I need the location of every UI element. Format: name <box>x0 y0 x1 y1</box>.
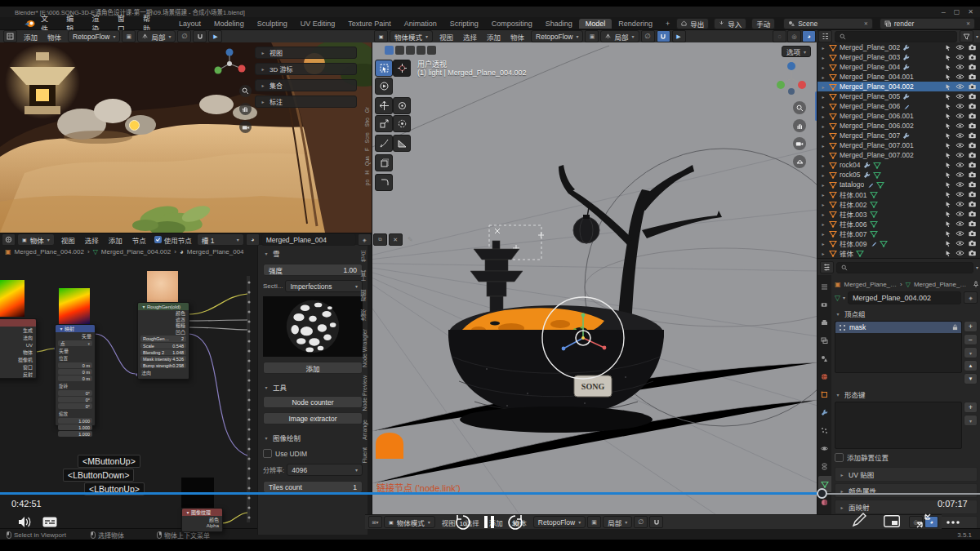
snap-magnet-icon[interactable] <box>649 516 663 528</box>
outliner-row[interactable]: ▸ 柱体.009 <box>817 238 980 248</box>
add-button[interactable]: 添加 <box>263 362 363 374</box>
tab-output[interactable] <box>818 314 831 331</box>
selectable-pointer-icon[interactable] <box>945 211 951 218</box>
node-output[interactable]: 摄像机 <box>0 356 36 363</box>
workspace-tab[interactable]: Modeling <box>207 19 251 29</box>
expand-caret-icon[interactable]: ▸ <box>820 231 826 237</box>
pan-hand-icon[interactable] <box>239 103 252 115</box>
node-input[interactable]: 法向 <box>138 369 189 375</box>
tab-particles[interactable] <box>818 422 831 438</box>
outliner-row[interactable]: ▸ Merged_Plane_007.002 <box>817 150 980 160</box>
outliner-row[interactable]: ▸ Merged_Plane_004.001 <box>817 72 980 82</box>
menu-item[interactable]: 选择 <box>80 235 104 245</box>
n-panel-section[interactable]: ▸ 3D 游标 <box>255 63 357 75</box>
add-shape-key-button[interactable]: + <box>964 402 978 413</box>
sidebar-tab[interactable]: Scre <box>364 130 370 145</box>
shape-keys-header[interactable]: ▾形态键 <box>835 389 978 399</box>
remove-vertex-group-button[interactable]: − <box>964 334 978 345</box>
scale-y[interactable]: 1.000 <box>58 424 92 430</box>
tab-tool[interactable] <box>818 278 831 295</box>
outliner-row[interactable]: ▸ 柱体.003 <box>817 209 980 219</box>
loc-x[interactable]: 0 m <box>58 362 92 368</box>
properties-search-input[interactable] <box>836 262 973 273</box>
chevron-down-icon[interactable]: ▾ <box>976 33 978 39</box>
expand-caret-icon[interactable]: ▸ <box>820 221 826 227</box>
render-camera-icon[interactable] <box>969 230 977 237</box>
strength-slider[interactable]: 强度1.00 <box>263 264 363 276</box>
proportional-edit-icon[interactable]: ∅ <box>177 30 191 42</box>
workspace-tab[interactable]: + <box>659 19 676 29</box>
expand-caret-icon[interactable]: ▸ <box>820 74 826 80</box>
sidebar-tab[interactable]: Gr <box>364 104 370 115</box>
copy-icon[interactable]: ⧉ <box>373 233 387 246</box>
tab-scene[interactable] <box>818 350 831 367</box>
tool-rotate[interactable] <box>393 97 411 114</box>
exit-fullscreen-icon[interactable] <box>916 513 931 528</box>
render-camera-icon[interactable] <box>969 181 977 188</box>
editor-type-button[interactable] <box>3 30 17 42</box>
selectable-pointer-icon[interactable] <box>945 201 951 208</box>
sidebar-tab[interactable]: po <box>364 177 370 188</box>
tool-select-box[interactable] <box>375 60 393 77</box>
outliner-row[interactable]: ▸ rock05 <box>817 170 980 180</box>
rewind-10-icon[interactable]: 10 <box>454 514 472 531</box>
workspace-tab[interactable]: Animation <box>398 19 443 29</box>
workspace-tab[interactable]: Compositing <box>485 19 539 29</box>
tool-measure[interactable] <box>393 135 411 152</box>
tab-physics[interactable] <box>818 440 831 456</box>
workspace-tab[interactable]: Texture Paint <box>341 19 398 29</box>
group-input-field[interactable]: Bump strength0.298 <box>140 362 186 368</box>
mode-dropdown[interactable]: 物体模式▾ <box>390 30 433 42</box>
tool-button[interactable]: Node counter <box>263 396 363 408</box>
imperfection-preview[interactable] <box>263 296 363 357</box>
outliner-row[interactable]: ▸ Merged_Plane_007 <box>817 131 980 140</box>
tab-constraints[interactable] <box>818 458 831 474</box>
nav-gizmo[interactable] <box>773 60 809 96</box>
group-node[interactable]: ▾RoughGen(old) 颜色遮罩粗糙凹凸 RoughGen…2 Scale… <box>137 302 189 380</box>
selectable-pointer-icon[interactable] <box>945 220 951 228</box>
mapping-node-header[interactable]: ▾映射 <box>56 325 95 332</box>
tools-panel-header[interactable]: ▾工具 <box>263 382 363 392</box>
visibility-eye-icon[interactable] <box>956 230 964 237</box>
orientation-dropdown[interactable]: 局部▾ <box>603 516 632 528</box>
expand-caret-icon[interactable]: ▸ <box>820 202 826 207</box>
snap-magnet-icon[interactable] <box>657 30 670 42</box>
render-camera-icon[interactable] <box>969 220 977 227</box>
shield-icon[interactable]: ◈ <box>358 233 372 246</box>
visibility-eye-icon[interactable] <box>956 240 964 247</box>
visibility-eye-icon[interactable] <box>956 132 964 139</box>
workspace-tab[interactable]: Rendering <box>612 19 659 29</box>
outliner-row[interactable]: ▸ Merged_Plane_002 <box>817 42 980 52</box>
scale-z[interactable]: 1.000 <box>58 431 92 437</box>
sidebar-tab[interactable]: H <box>364 168 370 177</box>
selectable-pointer-icon[interactable] <box>945 64 951 71</box>
menu-item[interactable]: 物体 <box>506 32 529 42</box>
properties-editor-icon[interactable] <box>820 261 834 273</box>
expand-caret-icon[interactable]: ▸ <box>820 162 826 168</box>
object-name-field[interactable]: Merged_Plane_004.002 <box>848 291 961 304</box>
toggle-active-icon[interactable] <box>385 46 394 55</box>
menu-item[interactable]: 添加 <box>482 32 506 42</box>
outliner-row[interactable]: ▸ tatalogo <box>817 180 980 189</box>
video-progress-remaining[interactable] <box>827 493 980 495</box>
pin-icon[interactable] <box>973 281 979 287</box>
chevron-down-icon[interactable]: ▾ <box>976 264 978 270</box>
scene-selector[interactable]: Scene✕ <box>783 18 873 29</box>
visibility-eye-icon[interactable] <box>956 83 964 90</box>
render-camera-icon[interactable] <box>969 103 977 109</box>
menu-item[interactable]: 节点 <box>127 235 151 245</box>
group-input-field[interactable]: Blending 21.048 <box>140 349 186 355</box>
camera-view-icon[interactable] <box>239 121 252 133</box>
tool-scale[interactable] <box>375 115 393 132</box>
view-layer-selector[interactable]: render✕ <box>880 18 975 29</box>
video-progress-filled[interactable] <box>0 492 817 495</box>
proportional-edit-icon[interactable]: ∅ <box>641 30 655 42</box>
node-output[interactable]: 物体 <box>0 349 36 356</box>
group-material-selector[interactable]: RoughGen…2 <box>140 335 186 342</box>
menu-item[interactable]: 物体 <box>42 32 66 42</box>
expand-caret-icon[interactable]: ▸ <box>820 84 826 90</box>
expand-caret-icon[interactable]: ▸ <box>820 182 826 188</box>
node-output[interactable]: Alpha <box>182 522 222 529</box>
selectable-pointer-icon[interactable] <box>945 142 951 149</box>
scale-x[interactable]: 1.000 <box>58 418 92 424</box>
